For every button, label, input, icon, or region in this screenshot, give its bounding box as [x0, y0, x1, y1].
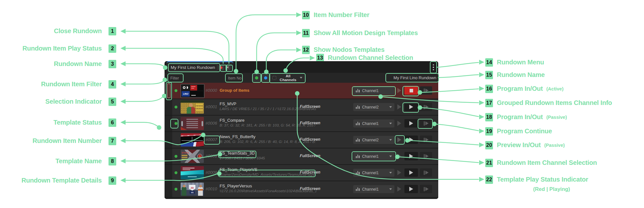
program-continue-button[interactable]	[420, 103, 432, 111]
program-continue-button[interactable]	[420, 168, 432, 177]
rundown-item-number: #0008	[205, 154, 220, 158]
rundown-item-filter-input[interactable]	[170, 75, 184, 81]
channel-bars-icon	[356, 155, 360, 158]
annotation-rundown-menu: 14Rundown Menu	[485, 58, 544, 67]
close-rundown-button[interactable]: ✕	[225, 65, 230, 70]
rundown-row[interactable]: STATS #0008 FS_TeamStats_3D 1 / 356 / 24…	[165, 148, 438, 165]
template-thumbnail	[181, 166, 204, 179]
rundown-channel-selection-dropdown[interactable]: All Channels	[270, 74, 305, 82]
preview-in-out-button[interactable]	[397, 121, 401, 126]
play-icon	[409, 121, 413, 126]
template-thumbnail	[181, 133, 204, 147]
blue-dot-icon	[264, 76, 267, 80]
continue-icon	[424, 89, 425, 93]
annotation-channel-selection: 13Rundown Channel Selection	[316, 53, 413, 62]
channel-bars-icon	[356, 122, 360, 125]
play-icon	[409, 105, 413, 109]
preview-in-out-button[interactable]	[397, 137, 401, 142]
rundown-row[interactable]: #0009 FS_Team_PlayerVS /Game/ZeroDensity…	[165, 165, 438, 181]
annotation-program-passive: 18Program In/Out(Passive)	[485, 113, 567, 121]
template-mode: FullScreen	[279, 137, 320, 142]
item-channel-dropdown[interactable]: Channel1	[353, 119, 394, 128]
rundown-panel: My First Lino Rundown ✕	[165, 61, 438, 199]
channel-bars-icon	[356, 138, 360, 142]
rundown-row[interactable]: #0001 FS_MVP LARS / DE VRIES / 21 / 35 /…	[165, 99, 438, 116]
program-continue-button[interactable]	[420, 185, 432, 193]
rundown-name-label: My First Lino Rundown	[387, 74, 437, 81]
program-continue-button[interactable]	[420, 119, 432, 128]
chevron-down-icon	[389, 139, 392, 141]
show-all-motion-design-templates-toggle[interactable]	[253, 74, 260, 81]
program-in-out-button[interactable]	[404, 103, 418, 111]
rundown-name-field[interactable]: My First Lino Rundown	[168, 64, 217, 71]
rundown-play-status-indicator	[219, 65, 224, 70]
program-in-out-button[interactable]	[404, 152, 418, 160]
annotation-grouped-channel-info: 17Grouped Rundown Items Channel Info	[485, 99, 612, 107]
annotation-item-number-filter: 10Item Number Filter	[302, 11, 369, 19]
group-thumbnail: LINO	[181, 84, 204, 98]
rundown-row[interactable]: ZD VS #0010 FS_PlayerVersus \\172.16.0.2…	[165, 181, 438, 198]
template-mode: FullScreen	[279, 121, 320, 125]
annotation-program-active: 16Program In/Out(Active)	[485, 84, 564, 93]
green-dot-icon	[255, 76, 258, 80]
page: My First Lino Rundown ✕	[0, 0, 644, 208]
play-status-dot	[175, 155, 177, 158]
template-thumbnail: STATS	[181, 150, 204, 163]
annotation-rundown-name: Rundown Name3	[0, 60, 116, 68]
show-nodos-templates-toggle[interactable]	[262, 74, 269, 81]
annotation-template-name: Template Name8	[0, 157, 116, 165]
close-icon: ✕	[226, 66, 229, 69]
item-channel-dropdown[interactable]: Channel2	[353, 136, 394, 144]
preview-in-out-button[interactable]	[397, 154, 401, 159]
preview-in-out-button[interactable]	[397, 88, 401, 93]
annotation-play-status: Rundown Item Play Status2	[0, 44, 116, 53]
group-channel-info[interactable]: Channel1	[353, 87, 394, 95]
annotation-show-nodos: 12Show Nodos Templates	[302, 45, 384, 54]
rundown-row[interactable]: #0007 News_FS_Butterfly B: 205, G: 102, …	[165, 132, 438, 148]
template-status-dot	[175, 122, 177, 125]
rundown-menu-button[interactable]	[431, 62, 436, 72]
channel-bars-icon	[356, 105, 360, 109]
item-channel-dropdown[interactable]: Channel1	[353, 152, 394, 160]
chevron-down-icon	[389, 172, 392, 174]
item-channel-dropdown[interactable]: Channel1	[353, 169, 394, 177]
chevron-down-icon	[300, 77, 302, 79]
item-channel-dropdown[interactable]: Channel1	[353, 185, 394, 193]
preview-in-out-button[interactable]	[397, 186, 401, 192]
annotation-selection-indicator: Selection Indicator5	[0, 97, 116, 106]
selection-indicator	[167, 83, 171, 98]
filter-bar: All Channels My First Lino Rundown	[165, 73, 438, 83]
play-icon	[409, 187, 413, 191]
template-name: FS_Team_PlayerVS	[220, 167, 257, 172]
rundown-tab[interactable]: My First Lino Rundown ✕	[166, 61, 233, 73]
item-channel-dropdown[interactable]: Channel2	[353, 103, 394, 111]
template-name: FS_TeamStats_3D	[220, 151, 255, 156]
rundown-row[interactable]: #0006 FS_Compare B: 37, G: 32, R: 181, A…	[165, 116, 438, 132]
preview-in-out-button[interactable]	[397, 170, 401, 175]
rundown-tab-bar: My First Lino Rundown ✕	[165, 61, 438, 73]
program-continue-button[interactable]	[420, 136, 432, 144]
program-continue-button[interactable]	[420, 86, 432, 95]
program-in-out-button[interactable]	[404, 185, 418, 193]
program-in-out-button[interactable]	[404, 119, 418, 128]
rundown-rows: LINO #0000 Group of Items Channel1	[165, 83, 438, 199]
play-icon	[409, 154, 413, 158]
zero-density-logo-icon	[183, 86, 185, 89]
item-number-filter-input[interactable]	[227, 75, 243, 81]
program-in-out-button[interactable]	[404, 168, 418, 177]
group-name: Group of Items	[220, 88, 249, 93]
chevron-down-icon	[389, 123, 392, 124]
annotation-template-details: Rundown Template Details9	[0, 176, 116, 185]
annotation-program-continue: 19Program Continue	[485, 127, 552, 136]
rundown-item-number: #0009	[205, 170, 220, 175]
program-out-button-active[interactable]	[404, 86, 418, 95]
template-thumbnail: ZD VS	[181, 183, 204, 196]
chevron-down-icon	[389, 106, 392, 108]
program-in-out-button[interactable]	[404, 136, 418, 144]
preview-in-out-button[interactable]	[397, 104, 401, 109]
annotation-show-all-templates: 11Show All Motion Design Templates	[302, 29, 418, 37]
rundown-row-group[interactable]: LINO #0000 Group of Items Channel1	[165, 83, 438, 99]
rundown-item-number: #0000	[205, 88, 220, 93]
play-status-dot	[175, 171, 177, 174]
program-continue-button[interactable]	[420, 152, 432, 160]
